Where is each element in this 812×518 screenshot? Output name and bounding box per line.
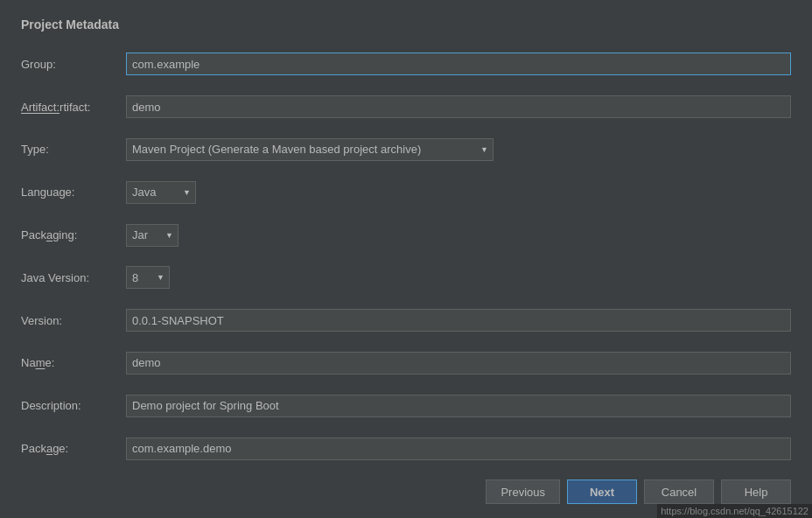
packaging-label: Packaging: [21,228,126,242]
artifact-label: Artifact:rtifact: [21,101,126,114]
description-label: Description: [21,399,126,412]
language-select[interactable]: Java Kotlin Groovy [126,181,196,204]
name-label: Name: [21,356,126,369]
packaging-container: Jar War [126,224,791,247]
packaging-select-wrapper: Jar War [126,224,178,247]
watermark: https://blog.csdn.net/qq_42615122 [657,504,812,518]
type-label: Type: [21,143,126,156]
java-version-container: 8 11 17 [126,266,791,289]
package-input[interactable] [126,438,791,460]
help-button[interactable]: Help [721,480,791,504]
version-input[interactable] [126,309,791,332]
version-label: Version: [21,314,126,327]
form-grid: Group: Artifact:rtifact: Type: Maven Pro… [21,47,791,466]
page-title: Project Metadata [21,18,791,32]
page-container: Project Metadata Group: Artifact:rtifact… [0,0,812,518]
type-select-wrapper: Maven Project (Generate a Maven based pr… [126,138,494,161]
type-container: Maven Project (Generate a Maven based pr… [126,138,791,161]
previous-button[interactable]: Previous [486,480,560,504]
language-label: Language: [21,186,126,199]
artifact-input[interactable] [126,95,791,118]
cancel-button[interactable]: Cancel [644,480,714,504]
group-label: Group: [21,58,126,71]
java-version-select-wrapper: 8 11 17 [126,266,170,289]
type-select[interactable]: Maven Project (Generate a Maven based pr… [126,138,494,161]
packaging-select[interactable]: Jar War [126,224,178,247]
language-container: Java Kotlin Groovy [126,181,791,204]
name-input[interactable] [126,352,791,374]
language-select-wrapper: Java Kotlin Groovy [126,181,196,204]
footer: Previous Next Cancel Help [21,466,791,504]
java-version-select[interactable]: 8 11 17 [126,266,170,289]
next-button[interactable]: Next [567,480,637,504]
description-input[interactable] [126,395,791,417]
java-version-label: Java Version: [21,271,126,284]
package-label: Package: [21,442,126,455]
group-input[interactable] [126,52,791,75]
